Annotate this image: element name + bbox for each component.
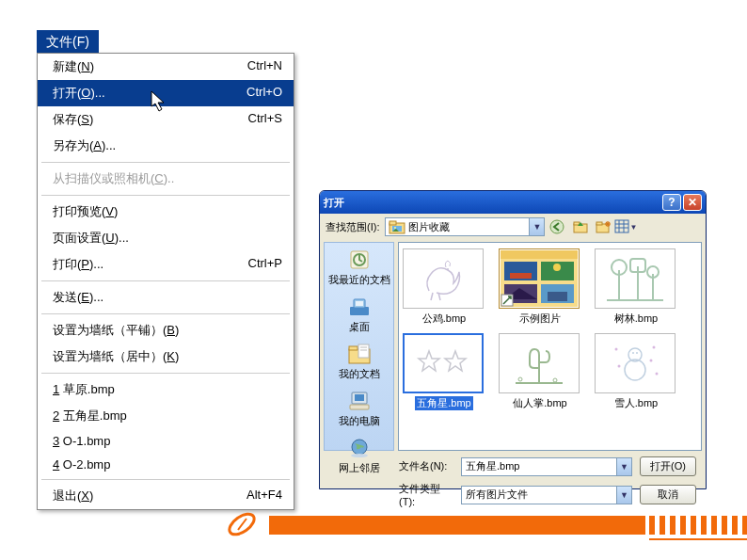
filename-label: 文件名(N): — [399, 459, 453, 473]
menu-item[interactable]: 4 O-2.bmp — [38, 453, 294, 476]
view-menu-button[interactable]: ▼ — [616, 217, 635, 236]
menu-item-label: 打开(O)... — [53, 85, 105, 102]
svg-rect-8 — [596, 222, 602, 225]
new-folder-button[interactable] — [594, 217, 612, 236]
menu-item[interactable]: 1 草原.bmp — [38, 376, 294, 403]
menu-item-label: 2 五角星.bmp — [53, 408, 127, 424]
look-in-combo[interactable]: 图片收藏 ▼ — [385, 217, 545, 236]
svg-point-59 — [653, 346, 656, 349]
thumbnail-icon — [595, 333, 675, 393]
places-item[interactable]: 我的电脑 — [325, 388, 393, 433]
svg-rect-22 — [356, 301, 363, 306]
orange-line — [649, 538, 747, 540]
file-item[interactable]: 雪人.bmp — [595, 333, 677, 410]
places-label: 我的文档 — [325, 367, 393, 381]
svg-point-33 — [447, 268, 449, 270]
file-item[interactable]: 五角星.bmp — [403, 333, 485, 410]
svg-point-62 — [656, 373, 659, 376]
menu-separator — [41, 280, 290, 281]
help-button[interactable]: ? — [662, 194, 681, 211]
menu-item[interactable]: 打印(P)...Ctrl+P — [38, 251, 294, 278]
menu-separator — [41, 313, 290, 314]
dialog-title: 打开 — [324, 196, 344, 210]
orange-ticks — [649, 516, 747, 535]
svg-point-39 — [553, 264, 561, 271]
menu-item[interactable]: 打印预览(V) — [38, 199, 294, 225]
menu-item-label: 打印预览(V) — [53, 203, 118, 220]
file-item[interactable]: 仙人掌.bmp — [499, 333, 581, 410]
thumbnail-icon — [499, 248, 580, 309]
places-item[interactable]: 我的文档 — [325, 341, 393, 386]
svg-rect-29 — [355, 394, 364, 401]
up-folder-button[interactable] — [571, 217, 590, 236]
places-item[interactable]: 我最近的文档 — [325, 247, 393, 292]
places-item[interactable]: 网上邻居 — [325, 435, 393, 480]
file-name: 示例图片 — [519, 312, 561, 324]
svg-point-4 — [550, 220, 564, 233]
menu-item-label: 发送(E)... — [53, 289, 103, 306]
dropdown-icon[interactable]: ▼ — [616, 458, 631, 475]
menu-item[interactable]: 2 五角星.bmp — [38, 403, 294, 429]
file-item[interactable]: 示例图片 — [499, 248, 581, 326]
filetype-label: 文件类型(T): — [399, 482, 453, 507]
menu-separator — [41, 373, 290, 374]
orange-bar — [269, 516, 645, 535]
svg-rect-35 — [501, 250, 578, 259]
menu-item-label: 退出(X) — [53, 488, 93, 504]
places-label: 我的电脑 — [325, 414, 393, 428]
places-label: 桌面 — [325, 320, 393, 334]
menu-item-label: 页面设置(U)... — [53, 230, 129, 247]
menu-shortcut: Ctrl+N — [247, 58, 282, 75]
menu-item-label: 设置为墙纸（平铺）(B) — [53, 322, 179, 339]
svg-rect-30 — [350, 405, 369, 409]
menu-item[interactable]: 保存(S)Ctrl+S — [38, 106, 294, 133]
menu-item[interactable]: 设置为墙纸（平铺）(B) — [38, 317, 294, 344]
svg-point-58 — [615, 348, 618, 351]
svg-point-3 — [394, 227, 396, 229]
thumbnail-icon — [403, 248, 484, 309]
cancel-button[interactable]: 取消 — [640, 485, 696, 504]
pill-icon — [226, 510, 258, 538]
menu-item[interactable]: 页面设置(U)... — [38, 225, 294, 251]
menu-item-label: 保存(S) — [53, 111, 93, 128]
menu-item[interactable]: 设置为墙纸（居中）(K) — [38, 344, 294, 370]
menu-item[interactable]: 发送(E)... — [38, 284, 294, 311]
file-name: 公鸡.bmp — [422, 312, 466, 324]
places-bar: 我最近的文档桌面我的文档我的电脑网上邻居 — [324, 242, 394, 451]
menu-item-label: 4 O-2.bmp — [53, 457, 110, 472]
dropdown-icon[interactable]: ▼ — [529, 218, 544, 235]
filetype-combo[interactable]: 所有图片文件 ▼ — [461, 486, 632, 504]
filetype-value: 所有图片文件 — [466, 488, 528, 502]
open-button[interactable]: 打开(O) — [640, 456, 696, 476]
file-menu-header[interactable]: 文件(F) — [37, 30, 99, 55]
svg-rect-25 — [358, 344, 369, 358]
menu-shortcut: Ctrl+P — [248, 256, 282, 273]
menu-item[interactable]: 打开(O)...Ctrl+O — [38, 80, 294, 106]
file-name: 五角星.bmp — [415, 396, 472, 410]
dropdown-icon[interactable]: ▼ — [616, 487, 631, 504]
svg-rect-37 — [510, 273, 532, 279]
look-in-value: 图片收藏 — [408, 220, 450, 234]
menu-item[interactable]: 3 O-1.bmp — [38, 429, 294, 453]
menu-item[interactable]: 另存为(A)... — [38, 133, 294, 159]
back-button[interactable] — [548, 217, 567, 236]
look-in-label: 查找范围(I): — [326, 220, 379, 234]
svg-point-60 — [650, 360, 653, 362]
menu-item[interactable]: 新建(N)Ctrl+N — [38, 54, 294, 80]
svg-rect-24 — [349, 346, 358, 350]
svg-point-32 — [351, 454, 368, 457]
svg-point-61 — [618, 365, 621, 368]
menu-item[interactable]: 退出(X)Alt+F4 — [38, 483, 294, 509]
file-item[interactable]: 树林.bmp — [595, 248, 677, 326]
menu-item-label: 1 草原.bmp — [53, 381, 115, 398]
menu-item-label: 另存为(A)... — [53, 137, 116, 154]
file-list[interactable]: 公鸡.bmp示例图片树林.bmp五角星.bmp仙人掌.bmp雪人.bmp — [398, 242, 702, 451]
thumbnail-icon — [499, 333, 580, 393]
close-button[interactable]: ✕ — [683, 194, 702, 211]
filename-combo[interactable]: 五角星.bmp ▼ — [461, 457, 632, 476]
folder-picture-icon — [389, 220, 405, 233]
places-item[interactable]: 桌面 — [325, 294, 393, 339]
file-item[interactable]: 公鸡.bmp — [403, 248, 485, 326]
svg-point-57 — [636, 352, 638, 354]
svg-line-64 — [238, 519, 246, 530]
